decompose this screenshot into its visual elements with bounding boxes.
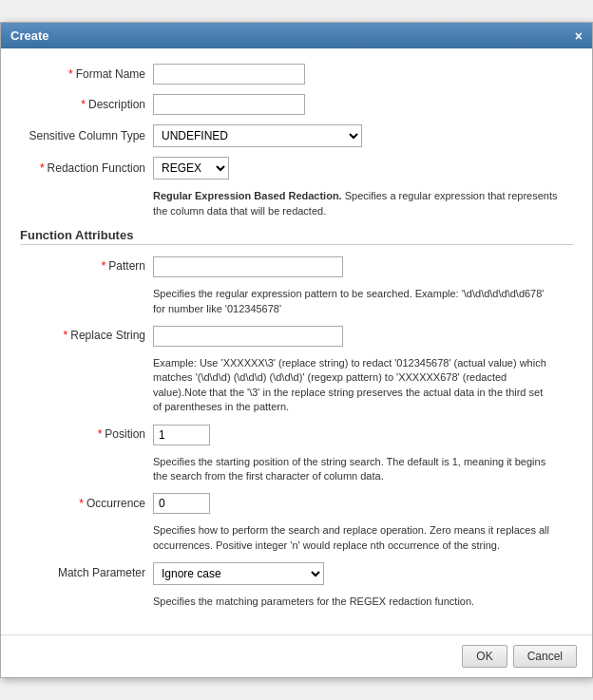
- replace-string-input[interactable]: [153, 326, 343, 347]
- match-parameter-row: Match Parameter Ignore case Case sensiti…: [20, 562, 573, 585]
- occurrence-required: *: [79, 497, 84, 510]
- position-desc: Specifies the starting position of the s…: [153, 455, 552, 484]
- replace-string-desc: Example: Use 'XXXXXX\3' (replace string)…: [153, 356, 552, 415]
- sensitive-col-type-select[interactable]: UNDEFINED NAME SSN EMAIL PHONE ADDRESS C…: [153, 124, 362, 147]
- replace-string-required: *: [64, 329, 68, 342]
- pattern-row: *Pattern: [20, 256, 573, 277]
- position-required: *: [98, 427, 103, 441]
- redaction-function-required: *: [40, 161, 45, 175]
- match-parameter-label: Match Parameter: [20, 566, 153, 581]
- dialog-footer: OK Cancel: [1, 634, 592, 677]
- close-button[interactable]: ×: [575, 29, 583, 43]
- sensitive-col-type-row: Sensitive Column Type UNDEFINED NAME SSN…: [20, 124, 573, 147]
- position-row: *Position: [20, 425, 573, 445]
- ok-button[interactable]: OK: [462, 645, 507, 668]
- create-dialog: Create × *Format Name *Description Sensi…: [0, 22, 593, 677]
- cancel-button[interactable]: Cancel: [513, 645, 577, 668]
- format-name-required: *: [68, 67, 73, 81]
- pattern-desc: Specifies the regular expression pattern…: [153, 287, 552, 316]
- regex-description: Regular Expression Based Redaction. Spec…: [153, 189, 573, 218]
- description-label: *Description: [20, 98, 153, 113]
- occurrence-row: *Occurrence: [20, 493, 573, 514]
- dialog-header: Create ×: [1, 23, 592, 48]
- redaction-function-label: *Redaction Function: [20, 161, 153, 177]
- dialog-title: Create: [10, 28, 48, 43]
- match-parameter-select[interactable]: Ignore case Case sensitive Multiline Any…: [153, 562, 324, 585]
- format-name-input[interactable]: [153, 64, 305, 85]
- description-row: *Description: [20, 94, 573, 115]
- format-name-label: *Format Name: [20, 67, 153, 83]
- replace-string-label: *Replace String: [20, 329, 153, 344]
- position-label: *Position: [20, 427, 153, 443]
- description-required: *: [81, 98, 86, 111]
- position-input[interactable]: [153, 425, 210, 445]
- function-attributes-section: *Pattern Specifies the regular expressio…: [20, 256, 573, 609]
- description-input[interactable]: [153, 94, 305, 115]
- occurrence-input[interactable]: [153, 493, 210, 514]
- redaction-function-row: *Redaction Function REGEX PARTIAL FULL N…: [20, 157, 573, 180]
- pattern-input[interactable]: [153, 256, 343, 277]
- pattern-label: *Pattern: [20, 259, 153, 274]
- function-attributes-title: Function Attributes: [20, 228, 573, 245]
- occurrence-label: *Occurrence: [20, 497, 153, 512]
- regex-desc-bold: Regular Expression Based Redaction.: [153, 190, 342, 201]
- format-name-row: *Format Name: [20, 64, 573, 85]
- replace-string-row: *Replace String: [20, 326, 573, 347]
- pattern-required: *: [102, 259, 106, 273]
- match-parameter-desc: Specifies the matching parameters for th…: [153, 595, 552, 609]
- redaction-function-select[interactable]: REGEX PARTIAL FULL NONE RANDOM: [153, 157, 229, 180]
- sensitive-col-type-label: Sensitive Column Type: [20, 129, 153, 144]
- occurrence-desc: Specifies how to perform the search and …: [153, 523, 552, 553]
- dialog-body: *Format Name *Description Sensitive Colu…: [1, 48, 592, 634]
